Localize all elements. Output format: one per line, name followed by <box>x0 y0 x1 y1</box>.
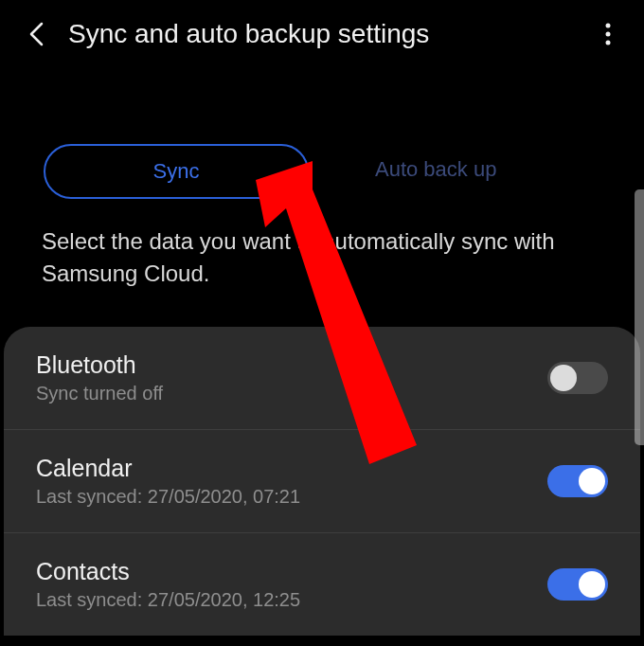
more-icon[interactable] <box>595 21 621 47</box>
back-icon[interactable] <box>23 21 49 47</box>
item-subtitle: Last synced: 27/05/2020, 07:21 <box>36 486 300 508</box>
item-title: Contacts <box>36 558 300 585</box>
tab-auto-backup[interactable]: Auto back up <box>356 144 515 199</box>
list-item-bluetooth[interactable]: Bluetooth Sync turned off <box>4 327 640 430</box>
sync-list: Bluetooth Sync turned off Calendar Last … <box>4 327 640 636</box>
list-item-calendar[interactable]: Calendar Last synced: 27/05/2020, 07:21 <box>4 430 640 533</box>
page-title: Sync and auto backup settings <box>68 19 576 49</box>
scrollbar[interactable] <box>635 189 644 445</box>
item-subtitle: Last synced: 27/05/2020, 12:25 <box>36 589 300 611</box>
toggle-bluetooth[interactable] <box>547 362 608 394</box>
item-title: Calendar <box>36 455 300 482</box>
tab-description: Select the data you want to automaticall… <box>0 225 644 327</box>
svg-point-1 <box>606 32 611 37</box>
list-item-contacts[interactable]: Contacts Last synced: 27/05/2020, 12:25 <box>4 533 640 636</box>
svg-point-2 <box>606 41 611 45</box>
item-title: Bluetooth <box>36 351 163 379</box>
toggle-calendar[interactable] <box>547 465 608 497</box>
tab-sync[interactable]: Sync <box>44 144 309 199</box>
item-subtitle: Sync turned off <box>36 383 163 404</box>
svg-point-0 <box>606 24 611 28</box>
toggle-contacts[interactable] <box>547 568 608 601</box>
